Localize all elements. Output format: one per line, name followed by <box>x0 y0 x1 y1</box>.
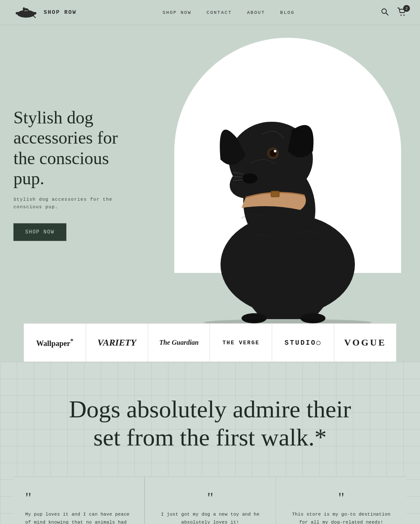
testimonial-text-2: I just got my dog a new toy and he absol… <box>157 511 264 524</box>
nav-contact[interactable]: CONTACT <box>207 10 232 15</box>
hero-section: Stylish dog accessories for the consciou… <box>0 25 420 323</box>
svg-point-18 <box>274 150 276 152</box>
nav-blog[interactable]: BLOG <box>280 10 294 15</box>
hero-subtext: Stylish dog accessories for the consciou… <box>13 196 139 211</box>
header: ShOP Row SHOP NOW CONTACT ABOUT BLOG 2 <box>0 0 420 25</box>
testimonial-card-1: " My pup loves it and I can have peace o… <box>13 477 144 524</box>
svg-rect-20 <box>271 191 279 197</box>
logo-area: ShOP Row <box>13 5 76 20</box>
guardian-logo: The Guardian <box>159 339 199 346</box>
shop-now-button[interactable]: Shop Now <box>13 223 66 241</box>
nav-about[interactable]: ABOUT <box>247 10 265 15</box>
press-verge: THE VERGE <box>210 324 272 362</box>
logo-dog-icon <box>13 5 39 20</box>
testimonial-text-3: This store is my go-to destination for a… <box>288 511 395 524</box>
svg-line-9 <box>386 13 388 15</box>
press-variety: VARIETY <box>86 324 148 362</box>
wallpaper-logo: Wallpaper* <box>36 338 74 348</box>
hero-text-block: Stylish dog accessories for the consciou… <box>13 107 139 241</box>
press-studio: STUDIO◯ <box>272 324 334 362</box>
quote-mark-3: " <box>288 490 395 506</box>
press-bar: Wallpaper* VARIETY The Guardian THE VERG… <box>24 323 396 362</box>
search-icon[interactable] <box>381 8 389 18</box>
header-icons: 2 <box>381 8 407 18</box>
hero-image-area <box>155 25 420 323</box>
hero-headline: Stylish dog accessories for the consciou… <box>13 107 139 189</box>
hero-content-area: Stylish dog accessories for the consciou… <box>0 25 420 323</box>
main-nav: SHOP NOW CONTACT ABOUT BLOG <box>163 10 294 15</box>
quote-mark-2: " <box>157 490 264 506</box>
cart-wrapper[interactable]: 2 <box>397 8 407 18</box>
testimonial-text-1: My pup loves it and I can have peace of … <box>25 511 132 524</box>
svg-point-1 <box>16 12 19 14</box>
quote-mark-1: " <box>25 490 132 506</box>
variety-logo: VARIETY <box>97 337 136 348</box>
verge-logo: THE VERGE <box>223 340 260 346</box>
svg-point-10 <box>401 14 402 16</box>
press-vogue: VOGUE <box>334 324 396 362</box>
svg-point-2 <box>33 12 37 14</box>
press-wallpaper: Wallpaper* <box>24 324 86 362</box>
testimonial-section: Dogs absolutely admire their set from th… <box>0 362 420 524</box>
cart-count: 2 <box>403 5 410 12</box>
testimonial-card-2: " I just got my dog a new toy and he abs… <box>144 477 276 524</box>
svg-point-19 <box>242 173 257 183</box>
nav-shop-now[interactable]: SHOP NOW <box>163 10 192 15</box>
svg-point-8 <box>382 9 386 13</box>
studio-logo: STUDIO◯ <box>285 338 322 347</box>
testimonials-row: " My pup loves it and I can have peace o… <box>13 477 407 524</box>
svg-point-6 <box>26 10 27 11</box>
press-guardian: The Guardian <box>148 324 210 362</box>
testimonial-card-3: " This store is my go-to destination for… <box>276 477 407 524</box>
svg-point-23 <box>204 319 372 323</box>
svg-point-11 <box>404 14 405 16</box>
dog-illustration <box>166 29 410 323</box>
vogue-logo: VOGUE <box>344 337 386 348</box>
press-section: Wallpaper* VARIETY The Guardian THE VERG… <box>0 323 420 362</box>
svg-point-5 <box>25 10 26 11</box>
logo-text: ShOP Row <box>44 9 76 16</box>
testimonial-headline: Dogs absolutely admire their set from th… <box>63 396 357 451</box>
